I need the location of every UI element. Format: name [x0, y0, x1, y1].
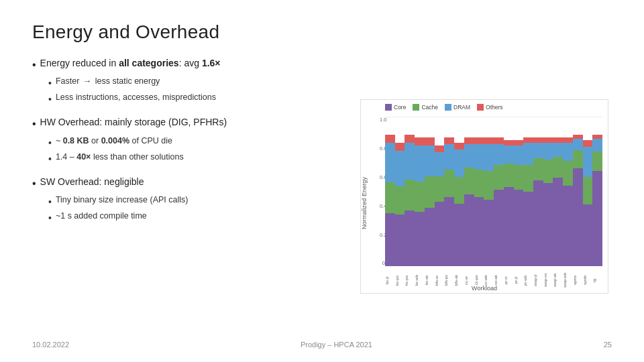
bar-segment	[464, 144, 474, 168]
legend-color-core	[385, 104, 392, 111]
bar-group	[484, 117, 494, 266]
bar-segment	[563, 186, 573, 266]
bar-segment	[553, 157, 563, 178]
bar-segment	[484, 137, 494, 144]
content-area: • Energy reduced in all categories: avg …	[32, 58, 612, 335]
bar-segment	[543, 143, 553, 160]
y-tick: 0.2	[380, 233, 385, 238]
bar-group	[464, 117, 474, 266]
footer-page: 25	[604, 341, 612, 349]
y-tick: 0.8	[380, 146, 385, 152]
bar-group	[425, 117, 435, 266]
bar-group	[573, 117, 583, 266]
bar-group	[563, 117, 573, 266]
bar-segment	[563, 161, 573, 186]
bullet-energy-main: • Energy reduced in all categories: avg …	[32, 58, 343, 72]
bold-all-categories: all categories	[119, 58, 179, 68]
legend-item-others: Others	[477, 104, 503, 111]
bar-group	[415, 117, 425, 266]
x-axis-label: bc-po	[395, 267, 405, 293]
bullet-dot-2-1: •	[48, 136, 52, 150]
bullet-dot-1: •	[32, 58, 36, 72]
bar-group	[444, 117, 454, 266]
bar-segment	[435, 202, 445, 266]
bar-segment	[385, 143, 395, 182]
bullet-sw-sub2: • ~1 s added compile time	[48, 211, 343, 225]
bar-group	[533, 117, 543, 266]
bar-wrapper	[435, 132, 445, 266]
bar-segment	[523, 165, 533, 191]
legend-label-others: Others	[486, 104, 503, 111]
bar-segment	[415, 137, 425, 145]
legend-color-dram	[445, 104, 451, 111]
bar-wrapper	[504, 129, 514, 266]
bar-wrapper	[484, 128, 494, 266]
bar-segment	[444, 170, 454, 197]
bar-wrapper	[405, 126, 415, 266]
x-axis-label: pr-jl	[514, 267, 524, 293]
x-axis-label: tg	[592, 267, 602, 293]
bold-1-6x: 1.6×	[202, 58, 221, 68]
bold-40x: 40×	[76, 152, 91, 162]
legend-color-cache	[413, 104, 419, 111]
bar-segment	[435, 176, 445, 202]
bullet-energy-text: Energy reduced in all categories: avg 1.…	[40, 58, 221, 68]
bullet-sw-main: • SW Overhead: negligible	[32, 176, 343, 191]
bar-segment	[395, 215, 405, 266]
y-axis-label: Normalized Energy	[361, 177, 368, 229]
bar-segment	[533, 158, 543, 180]
x-axis-label: bc-wb	[415, 267, 425, 293]
y-axis-ticks: 1.00.80.60.40.20	[380, 117, 385, 266]
slide-footer: 10.02.2022 Prodigy – HPCA 2021 25	[32, 335, 612, 349]
bar-segment	[415, 212, 425, 266]
bullet-energy-sub1: • Faster → less static energy	[48, 76, 343, 90]
bullet-hw-sub2-text: 1.4 – 40× less than other solutions	[56, 152, 184, 162]
bar-wrapper	[573, 126, 583, 266]
x-axis-label: bfs-pc	[444, 267, 454, 293]
bar-segment	[504, 145, 514, 164]
bullet-hw-main: • HW Overhead: mainly storage (DIG, PFHR…	[32, 117, 343, 131]
bar-segment	[573, 139, 583, 150]
slide-title: Energy and Overhead	[32, 21, 612, 43]
bar-segment	[454, 149, 464, 176]
bar-segment	[583, 140, 593, 147]
bar-segment	[514, 145, 524, 165]
x-axis-label: bc-jl	[385, 267, 395, 293]
bar-group	[474, 117, 484, 266]
bar-group	[553, 117, 563, 266]
bar-segment	[514, 140, 524, 145]
bar-segment	[444, 137, 454, 144]
bold-0-8kb: 0.8 KB	[63, 136, 89, 145]
bar-wrapper	[553, 128, 563, 266]
bar-segment	[573, 150, 583, 168]
bullet-dot-3: •	[32, 176, 36, 191]
bar-segment	[435, 145, 445, 152]
bar-segment	[395, 151, 405, 186]
bar-group	[543, 117, 553, 266]
bar-segment	[553, 143, 563, 157]
bar-segment	[385, 182, 395, 213]
bar-segment	[395, 186, 405, 215]
bar-group	[494, 117, 504, 266]
bar-wrapper	[425, 128, 435, 266]
x-axis-label: sssp-jl	[533, 267, 543, 293]
y-tick: 0	[380, 261, 385, 266]
section-hw-overhead: • HW Overhead: mainly storage (DIG, PFHR…	[32, 117, 343, 168]
x-axis-label: bfs-sk	[454, 267, 464, 293]
bullet-dot-1-1: •	[48, 76, 52, 90]
bullet-hw-sub1: • ~ 0.8 KB or 0.004% of CPU die	[48, 136, 343, 150]
bar-segment	[405, 143, 415, 179]
x-axis-label: pr-ci	[504, 267, 514, 293]
x-axis-label: bc-sk	[425, 267, 435, 293]
x-axis-label: sssp-sk	[553, 267, 563, 293]
bullet-hw-sub2: • 1.4 – 40× less than other solutions	[48, 152, 343, 166]
bar-segment	[583, 147, 593, 177]
bar-segment	[504, 187, 514, 266]
bar-segment	[484, 171, 494, 200]
chart-legend: CoreCacheDRAMOthers	[385, 104, 602, 111]
bar-segment	[385, 213, 395, 266]
bar-wrapper	[514, 129, 524, 266]
section-sw-overhead: • SW Overhead: negligible • Tiny binary …	[32, 176, 343, 227]
bar-segment	[474, 137, 484, 144]
chart-bars	[385, 117, 602, 266]
